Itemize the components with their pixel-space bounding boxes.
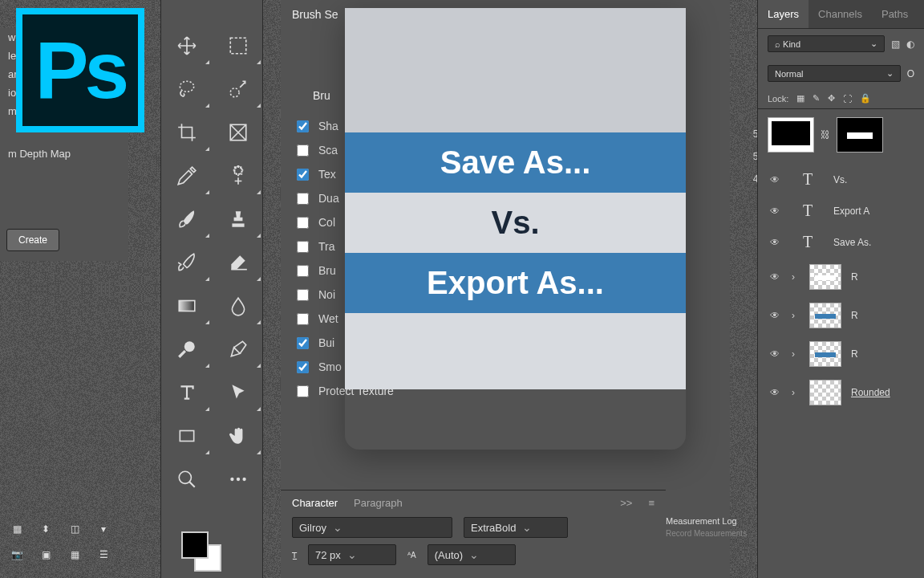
layer-mask-thumb[interactable] bbox=[837, 117, 883, 153]
list-icon[interactable]: ☰ bbox=[93, 546, 114, 564]
tiles-icon[interactable]: ▦ bbox=[64, 546, 85, 564]
visibility-icon[interactable]: 👁 bbox=[768, 310, 782, 321]
expand-icon[interactable]: › bbox=[792, 310, 800, 321]
marquee-tool[interactable] bbox=[213, 24, 264, 67]
brush-tool[interactable] bbox=[161, 197, 213, 241]
text-layer-icon: T bbox=[792, 233, 824, 251]
tab-paths[interactable]: Paths bbox=[872, 0, 918, 28]
collapse-icon[interactable]: >> bbox=[620, 497, 632, 509]
character-panel: Character Paragraph >> ≡ Gilroy ExtraBol… bbox=[281, 490, 666, 578]
blend-mode-select[interactable]: Normal⌄ bbox=[768, 65, 901, 82]
link-icon[interactable]: ⛓ bbox=[821, 129, 830, 140]
overlap-icon[interactable]: ◫ bbox=[64, 520, 85, 538]
quick-select-tool[interactable] bbox=[213, 67, 264, 111]
zoom-tool[interactable] bbox=[161, 458, 213, 501]
measurement-title: Measurement Log bbox=[666, 516, 754, 526]
layer-row[interactable]: 👁 T Export A bbox=[758, 195, 924, 226]
shape-thumb bbox=[809, 264, 841, 290]
expand-icon[interactable]: › bbox=[792, 387, 800, 398]
color-swatches[interactable] bbox=[176, 527, 221, 572]
healing-tool[interactable] bbox=[213, 154, 264, 197]
layer-row[interactable]: 👁 › R bbox=[758, 296, 924, 335]
lock-trans-icon[interactable]: ▦ bbox=[796, 93, 804, 104]
layer-row[interactable]: 👁 T Save As. bbox=[758, 226, 924, 258]
lasso-tool[interactable] bbox=[161, 67, 213, 111]
svg-point-2 bbox=[230, 88, 239, 97]
font-family-select[interactable]: Gilroy bbox=[292, 517, 452, 538]
visibility-icon[interactable]: 👁 bbox=[768, 387, 782, 398]
visibility-icon[interactable]: 👁 bbox=[768, 348, 782, 360]
font-weight-select[interactable]: ExtraBold bbox=[464, 517, 568, 538]
create-button[interactable]: Create bbox=[6, 229, 59, 251]
expand-icon[interactable]: › bbox=[792, 348, 800, 360]
shape-thumb bbox=[809, 380, 841, 405]
menu-icon[interactable]: ≡ bbox=[648, 497, 654, 509]
cube-icon[interactable]: ▣ bbox=[35, 546, 56, 564]
pen-tool[interactable] bbox=[213, 328, 264, 371]
leading-select[interactable]: (Auto) bbox=[428, 544, 516, 565]
svg-rect-0 bbox=[230, 38, 246, 54]
lock-pos-icon[interactable]: ✥ bbox=[828, 93, 835, 104]
svg-rect-9 bbox=[180, 431, 193, 442]
svg-point-8 bbox=[184, 341, 195, 352]
dropdown-icon[interactable]: ▾ bbox=[93, 520, 114, 538]
expand-icon[interactable]: › bbox=[792, 271, 800, 283]
shape-thumb bbox=[809, 303, 841, 328]
more-tool[interactable] bbox=[213, 458, 264, 501]
overlay-blur-top bbox=[345, 8, 686, 132]
visibility-icon[interactable]: 👁 bbox=[768, 174, 782, 185]
tab-channels[interactable]: Channels bbox=[808, 0, 872, 28]
svg-point-1 bbox=[180, 81, 193, 92]
sort-icon[interactable]: ⬍ bbox=[35, 520, 56, 538]
photoshop-logo: Ps bbox=[16, 8, 144, 132]
layer-row[interactable]: 👁 › R bbox=[758, 258, 924, 296]
opacity-label: O bbox=[907, 68, 914, 79]
visibility-icon[interactable]: 👁 bbox=[768, 206, 782, 217]
filter-kind-select[interactable]: ⌕ Kind⌄ bbox=[768, 35, 885, 52]
measurement-sub[interactable]: Record Measurements bbox=[666, 529, 754, 538]
layer-thumb[interactable] bbox=[768, 117, 814, 153]
crop-tool[interactable] bbox=[161, 111, 213, 154]
type-tool[interactable] bbox=[161, 371, 213, 414]
font-size-select[interactable]: 72 px bbox=[308, 544, 396, 565]
gradient-tool[interactable] bbox=[161, 284, 213, 328]
layer-row[interactable]: 👁 › R bbox=[758, 335, 924, 373]
leading-icon: ᴬA bbox=[407, 551, 416, 560]
3d-item[interactable]: m Depth Map bbox=[0, 144, 128, 163]
grid-icon[interactable]: ▦ bbox=[6, 520, 27, 538]
tab-character[interactable]: Character bbox=[292, 497, 338, 509]
move-tool[interactable] bbox=[161, 24, 213, 67]
filter-pixel-icon[interactable]: ▧ bbox=[891, 39, 900, 50]
lock-pixel-icon[interactable]: ✎ bbox=[813, 93, 820, 104]
filter-adjust-icon[interactable]: ◐ bbox=[906, 39, 914, 50]
lock-all-icon[interactable]: 🔒 bbox=[860, 93, 871, 104]
measurement-log: Measurement Log Record Measurements bbox=[666, 516, 754, 538]
svg-point-12 bbox=[237, 478, 240, 481]
lock-artboard-icon[interactable]: ⛶ bbox=[843, 94, 852, 104]
stamp-tool[interactable] bbox=[213, 197, 264, 241]
tab-layers[interactable]: Layers bbox=[758, 0, 808, 28]
hand-tool[interactable] bbox=[213, 414, 264, 458]
layers-panel: Layers Channels Paths ⌕ Kind⌄ ▧ ◐ Normal… bbox=[757, 0, 924, 578]
rectangle-tool[interactable] bbox=[161, 414, 213, 458]
layer-row[interactable]: 👁 › Rounded bbox=[758, 373, 924, 412]
tools-panel bbox=[160, 0, 263, 578]
eyedropper-tool[interactable] bbox=[161, 154, 213, 197]
history-brush-tool[interactable] bbox=[161, 241, 213, 284]
lock-label: Lock: bbox=[768, 94, 788, 104]
overlay-vs: Vs. bbox=[345, 193, 686, 253]
shape-thumb bbox=[809, 341, 841, 367]
dodge-tool[interactable] bbox=[161, 328, 213, 371]
svg-point-13 bbox=[242, 478, 245, 481]
camera-icon[interactable]: 📷 bbox=[6, 546, 27, 564]
layer-row[interactable]: 👁 T Vs. bbox=[758, 164, 924, 195]
overlay-blur-bottom bbox=[345, 313, 686, 389]
path-select-tool[interactable] bbox=[213, 371, 264, 414]
tab-paragraph[interactable]: Paragraph bbox=[354, 497, 403, 509]
visibility-icon[interactable]: 👁 bbox=[768, 271, 782, 283]
eraser-tool[interactable] bbox=[213, 241, 264, 284]
svg-point-10 bbox=[179, 471, 191, 483]
frame-tool[interactable] bbox=[213, 111, 264, 154]
blur-tool[interactable] bbox=[213, 284, 264, 328]
visibility-icon[interactable]: 👁 bbox=[768, 237, 782, 248]
